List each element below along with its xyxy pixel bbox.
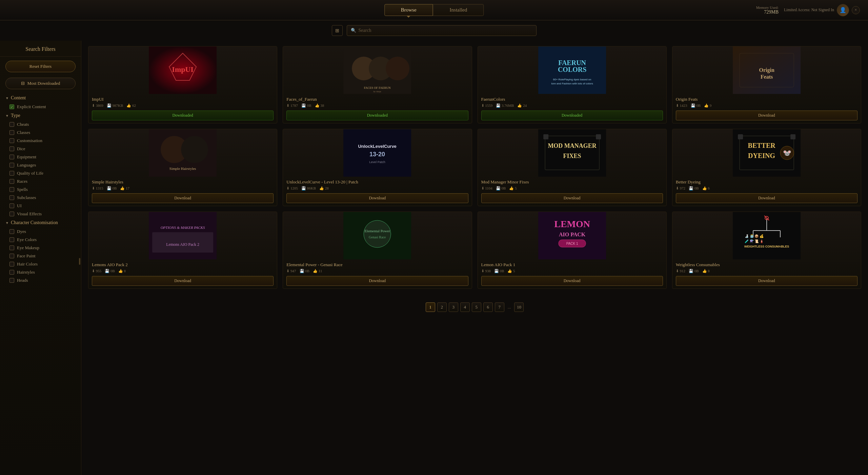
explicit-checkbox[interactable]: ✓ xyxy=(9,104,14,109)
mod-stats: ⬇ 947 💾 0B 👍 11 xyxy=(286,269,468,273)
content-area: ImpUI ImpUI ⬇ 3869 💾 987KB 👍 62 Download… xyxy=(81,41,868,475)
svg-text:Level Patch: Level Patch xyxy=(369,160,385,164)
char-filter-face-paint[interactable]: Face Paint xyxy=(0,252,81,260)
mod-download-button[interactable]: Downloaded xyxy=(92,111,274,120)
checkbox[interactable] xyxy=(9,203,14,208)
file-size: 💾 86KB xyxy=(301,186,316,191)
tab-browse[interactable]: Browse xyxy=(384,4,433,16)
checkbox[interactable] xyxy=(9,130,14,135)
mod-name: Simple Hairstyles xyxy=(92,179,274,185)
type-filter-spells[interactable]: Spells xyxy=(0,185,81,194)
mod-card-impui[interactable]: ImpUI ImpUI ⬇ 3869 💾 987KB 👍 62 Download… xyxy=(88,46,277,123)
type-filter-races[interactable]: Races xyxy=(0,177,81,185)
checkbox[interactable] xyxy=(9,245,14,250)
mod-card-weightless-consumables[interactable]: WEIGHTLESS CONSUMABLES 🧪 ⚗️ 📜 🧯 🍶 🫙 📦 💰 … xyxy=(672,212,861,289)
checkbox[interactable] xyxy=(9,229,14,234)
content-section-header[interactable]: ▼ Content xyxy=(0,93,81,103)
close-button[interactable]: × xyxy=(852,6,860,14)
checkbox[interactable] xyxy=(9,122,14,127)
mod-card-better-dyeing[interactable]: BETTER DYEING 🐭 Better Dyeing ⬇ 972 💾 0B… xyxy=(672,129,861,206)
char-filter-hair-colors[interactable]: Hair Colors xyxy=(0,260,81,268)
char-filter-dyes[interactable]: Dyes xyxy=(0,227,81,236)
tab-installed[interactable]: Installed xyxy=(433,4,484,16)
mod-card-mod-manager-minor-fixes[interactable]: MOD MANAGER FIXES Mod Manager Minor Fixe… xyxy=(478,129,667,206)
char-filter-hairstyles[interactable]: Hairstyles xyxy=(0,268,81,276)
like-count: 👍 62 xyxy=(126,103,136,108)
mod-thumbnail: LEMON AIO PACK PACK 1 xyxy=(478,212,666,259)
checkbox[interactable] xyxy=(9,179,14,184)
checkbox[interactable] xyxy=(9,187,14,192)
mod-download-button[interactable]: Download xyxy=(481,276,663,286)
checkbox[interactable] xyxy=(9,262,14,266)
checkbox[interactable] xyxy=(9,163,14,167)
page-button-4[interactable]: 4 xyxy=(460,302,470,312)
checkbox[interactable] xyxy=(9,278,14,283)
checkbox[interactable] xyxy=(9,212,14,216)
svg-text:FACES OF FAERUN: FACES OF FAERUN xyxy=(364,86,391,90)
mod-download-button[interactable]: Download xyxy=(92,193,274,203)
page-button-6[interactable]: 6 xyxy=(483,302,493,312)
svg-text:Elemental Power: Elemental Power xyxy=(365,229,390,233)
mod-card-simple-hairstyles[interactable]: Simple Hairstyles Simple Hairstyles ⬇ 13… xyxy=(88,129,277,206)
type-filter-subclasses[interactable]: Subclasses xyxy=(0,194,81,202)
mod-download-button[interactable]: Downloaded xyxy=(286,111,468,120)
checkbox[interactable] xyxy=(9,155,14,159)
mod-download-button[interactable]: Download xyxy=(676,111,857,120)
sort-filter-button[interactable]: ⊟ Most Downloaded xyxy=(5,78,76,89)
mod-card-faces-of-faerun[interactable]: FACES OF FAERUN by Aleja Faces_of_Faerun… xyxy=(283,46,472,123)
type-filter-classes[interactable]: Classes xyxy=(0,128,81,137)
char-arrow: ▼ xyxy=(5,221,9,225)
char-filter-eye-makeup[interactable]: Eye Makeup xyxy=(0,244,81,252)
sidebar-title: Search Filters xyxy=(0,46,81,57)
like-count: 👍 28 xyxy=(319,186,329,191)
checkbox[interactable] xyxy=(9,138,14,143)
mod-download-button[interactable]: Download xyxy=(286,193,468,203)
checkbox[interactable] xyxy=(9,195,14,200)
mod-card-elemental-power---genasi-race[interactable]: Elemental Power Genasi Race Elemental Po… xyxy=(283,212,472,289)
checkbox[interactable] xyxy=(9,270,14,275)
char-filter-heads[interactable]: Heads xyxy=(0,276,81,284)
mod-card-faeruncolors[interactable]: FAERUN COLORS 60+ RolePlaying dyes based… xyxy=(478,46,667,123)
mod-card-unlocklevelcurve---level-13-20---patch[interactable]: UnlockLevelCurve 13-20 Level Patch Unloc… xyxy=(283,129,472,206)
search-input[interactable] xyxy=(347,25,537,36)
mod-download-button[interactable]: Download xyxy=(676,193,857,203)
reset-filters-button[interactable]: Reset Filters xyxy=(5,61,76,72)
sort-button[interactable]: ⊞ xyxy=(332,25,343,36)
type-filter-customisation[interactable]: Customisation xyxy=(0,137,81,145)
mod-download-button[interactable]: Download xyxy=(286,276,468,286)
mod-download-button[interactable]: Download xyxy=(676,276,857,286)
checkbox[interactable] xyxy=(9,237,14,242)
mod-thumbnail: ImpUI xyxy=(88,46,277,94)
page-button-3[interactable]: 3 xyxy=(449,302,458,312)
type-section-header[interactable]: ▼ Type xyxy=(0,111,81,120)
avatar[interactable]: 👤 xyxy=(837,4,849,16)
type-filter-dice[interactable]: Dice xyxy=(0,145,81,153)
mod-card-lemons-aio-pack-2[interactable]: OPTIONS & MAKER PACKS Lemons AIO Pack 2 … xyxy=(88,212,277,289)
page-button-10[interactable]: 10 xyxy=(514,302,524,312)
file-size: 💾 0B xyxy=(494,269,504,273)
type-filter-quality-of-life[interactable]: Quality of Life xyxy=(0,169,81,177)
mod-stats: ⬇ 1787 💾 0B 👍 38 xyxy=(286,103,468,108)
mod-card-origin-feats[interactable]: Origin Feats Origin Feats ⬇ 1423 💾 0B 👍 … xyxy=(672,46,861,123)
checkbox[interactable] xyxy=(9,254,14,258)
checkbox[interactable] xyxy=(9,146,14,151)
page-button-5[interactable]: 5 xyxy=(472,302,481,312)
type-filter-visual-effects[interactable]: Visual Effects xyxy=(0,210,81,218)
svg-text:ImpUI: ImpUI xyxy=(172,65,194,74)
mod-download-button[interactable]: Download xyxy=(481,193,663,203)
page-button-7[interactable]: 7 xyxy=(495,302,504,312)
mod-download-button[interactable]: Downloaded xyxy=(481,111,663,120)
explicit-content-filter[interactable]: ✓ Explicit Content xyxy=(0,103,81,111)
mod-info: Mod Manager Minor Fixes ⬇ 1104 💾 0B 👍 5 … xyxy=(478,177,666,206)
mod-card-lemon-aio-pack-1[interactable]: LEMON AIO PACK PACK 1 Lemon AIO Pack 1 ⬇… xyxy=(478,212,667,289)
type-filter-equipment[interactable]: Equipment xyxy=(0,153,81,161)
type-filter-cheats[interactable]: Cheats xyxy=(0,120,81,128)
page-button-2[interactable]: 2 xyxy=(437,302,447,312)
type-filter-ui[interactable]: UI xyxy=(0,202,81,210)
mod-download-button[interactable]: Download xyxy=(92,276,274,286)
char-section-header[interactable]: ▼ Character Customisation xyxy=(0,218,81,227)
char-filter-eye-colors[interactable]: Eye Colors xyxy=(0,236,81,244)
page-button-1[interactable]: 1 xyxy=(426,302,435,312)
checkbox[interactable] xyxy=(9,171,14,176)
type-filter-languages[interactable]: Languages xyxy=(0,161,81,169)
